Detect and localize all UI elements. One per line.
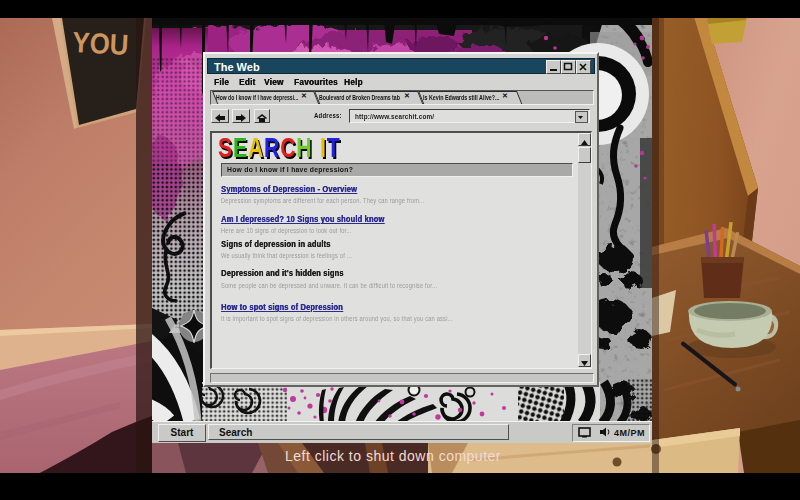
svg-text:YOU: YOU xyxy=(72,26,130,61)
